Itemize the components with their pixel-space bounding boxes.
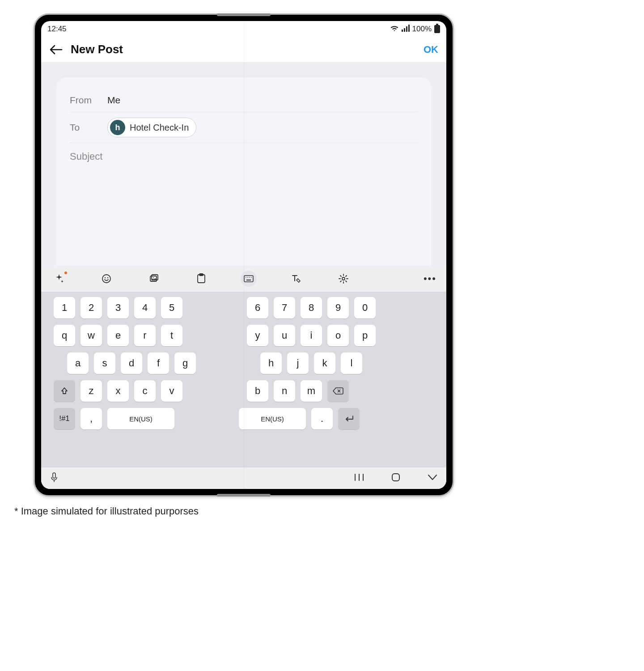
key-8[interactable]: 8 [301,297,322,319]
key-enter[interactable] [338,408,360,429]
compose-body[interactable] [70,167,418,261]
key-row-1: q w e r t y u i o p [54,325,434,346]
status-right: 100% [390,25,440,34]
key-symbols[interactable]: !#1 [54,408,75,429]
nav-bar [41,467,446,489]
nav-back-icon[interactable] [428,474,437,482]
image-icon[interactable] [146,271,162,287]
to-label: To [70,122,97,133]
battery-icon [434,25,440,33]
key-r[interactable]: r [134,325,156,346]
svg-point-13 [246,277,246,278]
subject-row[interactable]: Subject [70,143,418,167]
svg-point-15 [249,277,250,278]
key-w[interactable]: w [80,325,102,346]
key-o[interactable]: o [327,325,349,346]
key-row-4: !#1 , EN(US) EN(US) . [54,408,434,429]
keyboard-toolbar: ••• [41,266,446,292]
mic-icon[interactable] [50,472,58,484]
svg-rect-2 [406,26,407,32]
key-v[interactable]: v [161,380,182,402]
key-9[interactable]: 9 [327,297,349,319]
key-0[interactable]: 0 [354,297,376,319]
from-row[interactable]: From Me [70,88,418,112]
key-3[interactable]: 3 [107,297,129,319]
keyboard: 1 2 3 4 5 6 7 8 9 0 q w [41,292,446,467]
key-c[interactable]: c [134,380,156,402]
nav-recents-icon[interactable] [354,473,364,483]
key-row-2: a s d f g h j k l [54,352,434,374]
key-4[interactable]: 4 [134,297,156,319]
key-d[interactable]: d [121,352,142,374]
emoji-icon[interactable] [98,271,114,287]
ok-button[interactable]: OK [424,44,438,55]
key-s[interactable]: s [94,352,115,374]
key-f[interactable]: f [148,352,169,374]
key-backspace[interactable] [327,380,349,402]
screen: 12:45 100% New Post OK [41,21,446,489]
key-comma[interactable]: , [80,408,102,429]
key-row-numbers: 1 2 3 4 5 6 7 8 9 0 [54,297,434,319]
compose-area: From Me To h Hotel Check-In Subject [41,62,446,266]
key-space-right[interactable]: EN(US) [239,408,306,429]
svg-point-14 [247,277,248,278]
compose-card: From Me To h Hotel Check-In Subject [56,77,431,266]
svg-rect-12 [244,276,253,282]
key-a[interactable]: a [67,352,89,374]
nav-home-icon[interactable] [391,472,401,484]
key-h[interactable]: h [260,352,282,374]
back-arrow-icon[interactable] [49,45,63,55]
key-q[interactable]: q [54,325,75,346]
svg-rect-19 [53,473,55,478]
key-l[interactable]: l [341,352,362,374]
status-time: 12:45 [47,25,67,34]
key-b[interactable]: b [247,380,268,402]
clipboard-icon[interactable] [193,271,209,287]
key-space-left[interactable]: EN(US) [107,408,174,429]
wifi-icon [390,25,399,34]
settings-icon[interactable] [335,271,352,287]
key-6[interactable]: 6 [247,297,268,319]
svg-point-9 [153,277,154,278]
svg-point-4 [102,275,110,283]
svg-point-18 [342,277,345,280]
key-1[interactable]: 1 [54,297,75,319]
keyboard-mode-icon[interactable] [241,271,257,287]
key-t[interactable]: t [161,325,182,346]
key-i[interactable]: i [301,325,322,346]
key-m[interactable]: m [301,380,322,402]
key-x[interactable]: x [107,380,129,402]
key-shift[interactable] [54,380,75,402]
key-7[interactable]: 7 [274,297,295,319]
title-bar: New Post OK [41,37,446,62]
key-period[interactable]: . [311,408,333,429]
device-frame: 12:45 100% New Post OK [34,13,454,497]
svg-rect-20 [392,474,399,481]
key-g[interactable]: g [174,352,196,374]
key-z[interactable]: z [80,380,102,402]
svg-rect-1 [404,28,405,32]
recipient-chip[interactable]: h Hotel Check-In [107,118,196,137]
from-value: Me [107,95,120,106]
svg-point-16 [251,277,252,278]
key-u[interactable]: u [274,325,295,346]
more-icon[interactable]: ••• [424,273,436,285]
subject-placeholder: Subject [70,151,102,162]
recipient-avatar: h [110,120,125,135]
key-5[interactable]: 5 [161,297,182,319]
key-k[interactable]: k [314,352,335,374]
key-p[interactable]: p [354,325,376,346]
page-title: New Post [71,42,123,56]
key-n[interactable]: n [274,380,295,402]
recipient-name: Hotel Check-In [130,123,189,133]
to-row[interactable]: To h Hotel Check-In [70,112,418,143]
key-2[interactable]: 2 [80,297,102,319]
key-y[interactable]: y [247,325,268,346]
ai-sparkle-icon[interactable] [51,271,67,287]
text-style-icon[interactable] [288,271,304,287]
key-j[interactable]: j [287,352,309,374]
svg-rect-0 [402,30,403,32]
key-e[interactable]: e [107,325,129,346]
svg-point-5 [105,277,106,278]
svg-rect-17 [246,280,251,280]
